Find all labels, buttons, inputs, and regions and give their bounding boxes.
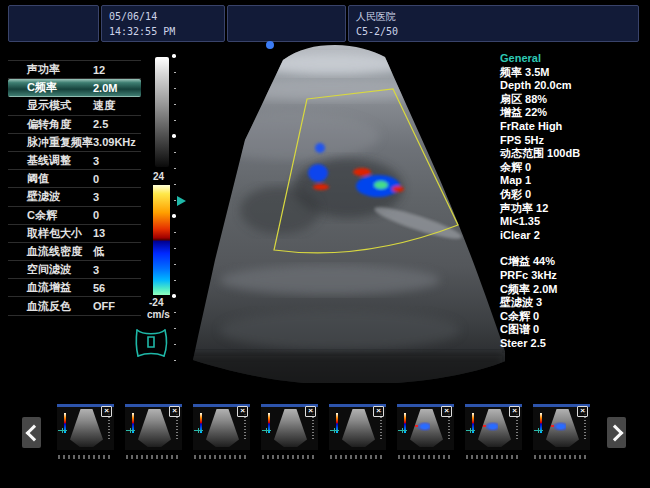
thumbnail-close-icon[interactable]: ×: [305, 406, 316, 417]
depth-ruler-major-tick: [172, 294, 176, 298]
thumbnail-5[interactable]: ×: [329, 404, 386, 450]
thumbnail-close-icon[interactable]: ×: [101, 406, 112, 417]
thumbnail-close-icon[interactable]: ×: [237, 406, 248, 417]
thumbnail-caption: [534, 455, 589, 459]
info-line: iClear 2: [500, 229, 648, 243]
thumbnail-caption: [126, 455, 181, 459]
header-box-empty-middle: [227, 5, 346, 42]
header-box-empty-left: [8, 5, 99, 42]
color-scale-max: 24: [153, 171, 164, 182]
info-line: 余辉 0: [500, 161, 648, 175]
thumbnail-image: [70, 409, 103, 447]
thumbnail-8[interactable]: ×: [533, 404, 590, 450]
param-row-color-invert[interactable]: 血流反色OFF: [8, 297, 141, 315]
info-line: C余辉 0: [500, 310, 648, 324]
thumbnail-7[interactable]: ×: [465, 404, 522, 450]
ultrasound-image[interactable]: [180, 38, 505, 383]
parameter-panel: 声功率12 C频率2.0M 显示模式速度 偏转角度2.5 脉冲重复频率3.09K…: [8, 60, 141, 316]
param-row-wall-filter[interactable]: 壁滤波3: [8, 188, 141, 206]
thumbnail-marker: [262, 430, 271, 431]
param-row-steer-angle[interactable]: 偏转角度2.5: [8, 116, 141, 134]
info-line: Map 1: [500, 174, 648, 188]
param-row-acoustic-power[interactable]: 声功率12: [8, 61, 141, 79]
depth-ruler-major-tick: [172, 214, 176, 218]
info-line: 伪彩 0: [500, 188, 648, 202]
param-row-display-mode[interactable]: 显示模式速度: [8, 97, 141, 115]
param-row-c-persistence[interactable]: C余辉0: [8, 207, 141, 225]
thumbnail-3[interactable]: ×: [193, 404, 250, 450]
thumbnail-close-icon[interactable]: ×: [373, 406, 384, 417]
header-datetime-box: 05/06/14 14:32:55 PM: [101, 5, 225, 42]
param-row-c-frequency[interactable]: C频率2.0M: [8, 79, 141, 97]
preset-title: General: [500, 52, 648, 66]
thumbnail-caption: [330, 455, 385, 459]
color-mode-info: C增益 44% PRFc 3kHz C频率 2.0M 壁滤波 3 C余辉 0 C…: [500, 255, 648, 350]
header-time: 14:32:55 PM: [109, 24, 217, 39]
info-line: C频率 2.0M: [500, 283, 648, 297]
chevron-left-icon: [25, 424, 42, 441]
thumbnail-marker: [58, 430, 67, 431]
info-line: 壁滤波 3: [500, 296, 648, 310]
thumbnail-close-icon[interactable]: ×: [169, 406, 180, 417]
thumbnail-caption: [398, 455, 453, 459]
param-row-prf[interactable]: 脉冲重复频率3.09KHz: [8, 134, 141, 152]
thumbnail-marker: [330, 430, 339, 431]
thumbnail-doppler: [417, 422, 430, 431]
body-marker-icon: [132, 326, 170, 362]
color-scale-unit: cm/s: [147, 309, 170, 320]
param-row-packet-size[interactable]: 取样包大小13: [8, 225, 141, 243]
thumbnail-marker: [194, 430, 203, 431]
info-line: FPS 5Hz: [500, 134, 648, 148]
info-line: Steer 2.5: [500, 337, 648, 351]
thumbnail-caption: [262, 455, 317, 459]
param-row-line-density[interactable]: 血流线密度低: [8, 243, 141, 261]
thumbnail-2[interactable]: ×: [125, 404, 182, 450]
image-info-panel: General 频率 3.5M Depth 20.0cm 扇区 88% 增益 2…: [500, 52, 648, 350]
thumbnail-marker: [534, 430, 543, 431]
thumbnail-doppler: [553, 422, 566, 431]
info-line: 动态范围 100dB: [500, 147, 648, 161]
thumbnail-image: [138, 409, 171, 447]
info-line: 声功率 12: [500, 202, 648, 216]
ultrasound-screen: 05/06/14 14:32:55 PM 人民医院 C5-2/50 声功率12 …: [0, 0, 650, 488]
info-line: C增益 44%: [500, 255, 648, 269]
header-hospital: 人民医院: [356, 9, 631, 24]
thumbnail-image: [206, 409, 239, 447]
probe-orientation-dot: [266, 41, 274, 49]
thumbnail-caption: [58, 455, 113, 459]
info-line: MI<1.35: [500, 215, 648, 229]
param-row-threshold[interactable]: 阈值0: [8, 170, 141, 188]
info-line: 频率 3.5M: [500, 66, 648, 80]
thumbnail-close-icon[interactable]: ×: [509, 406, 520, 417]
header-date: 05/06/14: [109, 9, 217, 24]
thumbnail-marker: [398, 430, 407, 431]
depth-ruler-major-tick: [172, 134, 176, 138]
info-line: 增益 22%: [500, 106, 648, 120]
thumbnail-marker: [466, 430, 475, 431]
header-hospital-box: 人民医院 C5-2/50: [348, 5, 639, 42]
depth-ruler-major-tick: [172, 54, 176, 58]
thumbnail-6[interactable]: ×: [397, 404, 454, 450]
thumbnail-image: [342, 409, 375, 447]
thumbnail-image: [274, 409, 307, 447]
param-row-spatial-filter[interactable]: 空间滤波3: [8, 261, 141, 279]
info-line: 扇区 88%: [500, 93, 648, 107]
info-line: Depth 20.0cm: [500, 79, 648, 93]
grayscale-bar: [155, 57, 169, 167]
thumbnail-caption: [194, 455, 249, 459]
thumbnail-4[interactable]: ×: [261, 404, 318, 450]
thumbnail-close-icon[interactable]: ×: [441, 406, 452, 417]
thumbnail-close-icon[interactable]: ×: [577, 406, 588, 417]
info-line: FrRate High: [500, 120, 648, 134]
chevron-right-icon: [606, 424, 623, 441]
prev-thumbnails-button[interactable]: [22, 417, 41, 448]
thumbnail-1[interactable]: ×: [57, 404, 114, 450]
param-row-baseline[interactable]: 基线调整3: [8, 152, 141, 170]
info-line: PRFc 3kHz: [500, 269, 648, 283]
next-thumbnails-button[interactable]: [607, 417, 626, 448]
thumbnail-marker: [126, 430, 135, 431]
thumbnail-caption: [466, 455, 521, 459]
color-scale-bar: [153, 185, 170, 295]
info-line: C图谱 0: [500, 323, 648, 337]
param-row-color-gain[interactable]: 血流增益56: [8, 279, 141, 297]
